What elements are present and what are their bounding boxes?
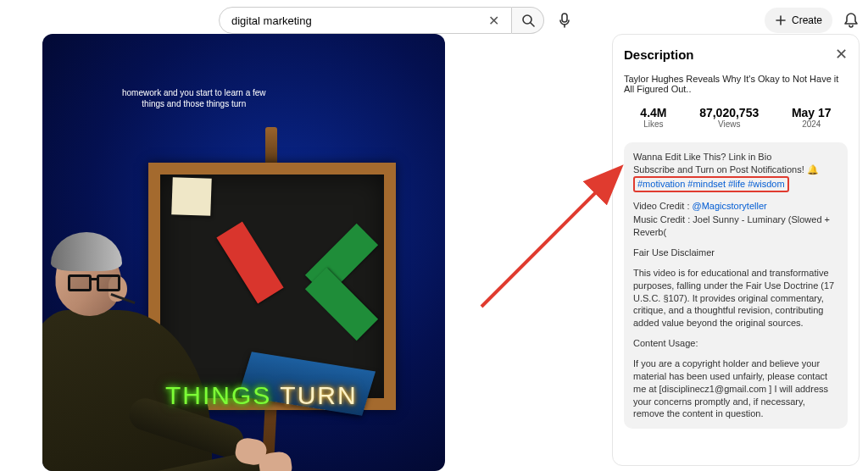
svg-line-1 (531, 23, 534, 26)
content-usage-body: If you are a copyright holder and believ… (633, 357, 838, 420)
stat-likes: 4.4M Likes (640, 106, 666, 129)
stat-date: May 17 2024 (792, 106, 832, 129)
overlay-word-1: THINGS (165, 381, 271, 410)
content-usage-header: Content Usage: (633, 337, 838, 350)
stat-views: 87,020,753 Views (699, 106, 759, 129)
video-credit-link[interactable]: @Magicstoryteller (693, 201, 767, 211)
plus-icon (775, 14, 787, 26)
desc-line-linkbio: Wanna Edit Like This? Link in Bio (633, 151, 838, 163)
search-icon (521, 14, 535, 27)
hashtags-highlight: #motivation #mindset #life #wisdom (633, 176, 789, 192)
overlay-word-2: TURN (280, 381, 357, 410)
svg-rect-2 (562, 14, 567, 22)
short-video[interactable]: homework and you start to learn a few th… (42, 34, 445, 471)
video-credit: Video Credit : @Magicstoryteller (633, 200, 838, 213)
search-button[interactable] (512, 7, 544, 34)
clear-search-icon[interactable]: ✕ (485, 13, 503, 29)
create-label: Create (792, 14, 822, 26)
easel-top (265, 127, 277, 166)
panel-heading: Description (624, 47, 694, 62)
bell-icon (843, 12, 859, 29)
speaker-figure (42, 141, 212, 471)
top-bar: ✕ Create (0, 5, 868, 36)
voice-search-button[interactable] (551, 7, 578, 34)
desc-line-subscribe: Subscribe and Turn on Post Notifications… (633, 163, 838, 176)
overlay-text: THINGS TURN (165, 381, 358, 410)
microphone-icon (559, 13, 570, 28)
fair-use-body: This video is for educational and transf… (633, 267, 838, 330)
search-input[interactable] (231, 14, 485, 27)
video-caption: homework and you start to learn a few th… (122, 87, 266, 109)
hashtags[interactable]: #motivation #mindset #life #wisdom (637, 179, 785, 189)
green-arrow-block (303, 224, 370, 325)
video-stats: 4.4M Likes 87,020,753 Views May 17 2024 (624, 106, 848, 129)
notifications-button[interactable] (841, 10, 861, 30)
music-credit: Music Credit : Joel Sunny - Luminary (Sl… (633, 213, 838, 239)
search-box[interactable]: ✕ (219, 7, 512, 34)
red-block (216, 221, 283, 303)
description-body: Wanna Edit Like This? Link in Bio Subscr… (624, 142, 848, 429)
close-icon[interactable]: ✕ (835, 47, 848, 62)
video-title: Taylor Hughes Reveals Why It's Okay to N… (624, 74, 848, 94)
description-panel: Description ✕ Taylor Hughes Reveals Why … (612, 34, 860, 466)
svg-line-6 (481, 169, 619, 307)
create-button[interactable]: Create (765, 8, 832, 33)
header-right: Create (765, 5, 861, 36)
search-wrap: ✕ (219, 7, 578, 34)
fair-use-header: Fair Use Disclaimer (633, 247, 838, 259)
